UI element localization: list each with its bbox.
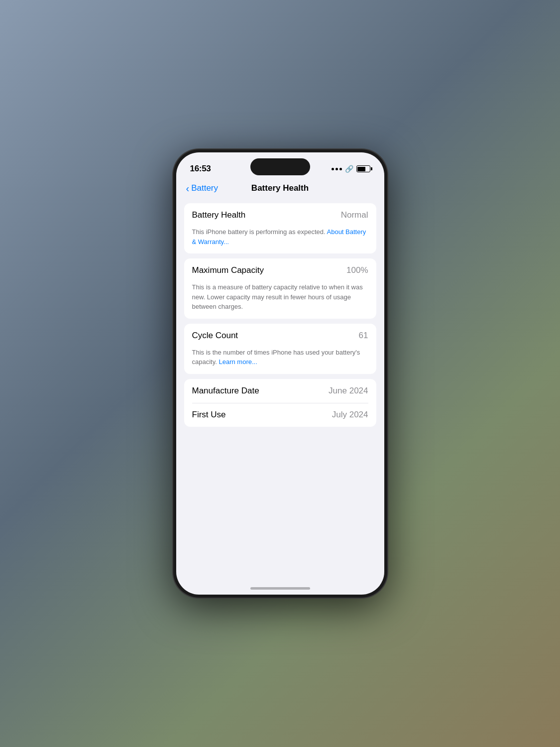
back-label[interactable]: Battery <box>191 183 218 193</box>
phone-frame: 16:53 🔗 ‹ Battery Battery Health <box>173 149 387 598</box>
battery-fill <box>357 167 365 171</box>
dates-card: Manufacture Date June 2024 First Use Jul… <box>184 379 376 427</box>
battery-health-row: Battery Health Normal <box>184 203 376 227</box>
iphone-screen: 16:53 🔗 ‹ Battery Battery Health <box>176 152 384 595</box>
first-use-row: First Use July 2024 <box>184 403 376 427</box>
battery-health-desc-plain: This iPhone battery is performing as exp… <box>192 228 326 236</box>
cycle-count-card: Cycle Count 61 This is the number of tim… <box>184 324 376 374</box>
cycle-count-row: Cycle Count 61 <box>184 324 376 348</box>
manufacture-date-value: June 2024 <box>329 386 368 396</box>
first-use-value: July 2024 <box>332 410 368 420</box>
battery-health-card: Battery Health Normal This iPhone batter… <box>184 203 376 253</box>
maximum-capacity-description: This is a measure of battery capacity re… <box>184 282 376 319</box>
signal-icon <box>332 168 342 170</box>
maximum-capacity-row: Maximum Capacity 100% <box>184 258 376 282</box>
home-indicator[interactable] <box>250 587 310 590</box>
back-button[interactable]: ‹ Battery <box>186 183 219 193</box>
battery-health-value: Normal <box>341 210 368 220</box>
page-title: Battery Health <box>251 183 309 193</box>
maximum-capacity-card: Maximum Capacity 100% This is a measure … <box>184 258 376 319</box>
battery-health-label: Battery Health <box>192 210 246 220</box>
learn-more-link[interactable]: Learn more... <box>219 358 257 366</box>
cycle-count-value: 61 <box>359 331 368 341</box>
battery-health-description: This iPhone battery is performing as exp… <box>184 227 376 253</box>
manufacture-date-label: Manufacture Date <box>192 386 259 396</box>
status-time: 16:53 <box>190 164 211 174</box>
first-use-label: First Use <box>192 410 226 420</box>
cycle-count-desc-plain: This is the number of times iPhone has u… <box>192 349 360 366</box>
maximum-capacity-label: Maximum Capacity <box>192 265 264 275</box>
cycle-count-description: This is the number of times iPhone has u… <box>184 348 376 374</box>
chevron-back-icon: ‹ <box>186 183 190 193</box>
maximum-capacity-value: 100% <box>346 265 368 275</box>
status-icons: 🔗 <box>332 165 370 173</box>
cycle-count-label: Cycle Count <box>192 331 238 341</box>
manufacture-date-row: Manufacture Date June 2024 <box>184 379 376 403</box>
battery-status-icon <box>356 165 370 172</box>
scroll-content[interactable]: Battery Health Normal This iPhone batter… <box>176 199 384 582</box>
navigation-bar: ‹ Battery Battery Health <box>176 181 384 199</box>
dynamic-island <box>250 158 310 175</box>
link-icon: 🔗 <box>345 165 353 173</box>
